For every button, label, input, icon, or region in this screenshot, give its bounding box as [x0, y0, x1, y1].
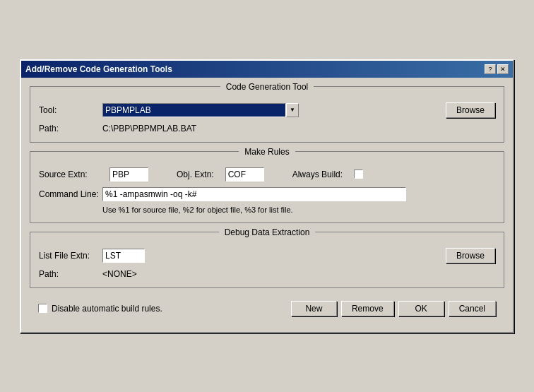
make-rules-title: Make Rules [30, 147, 504, 157]
list-file-extn-label: List File Extn: [39, 251, 102, 261]
ok-button[interactable]: OK [398, 301, 444, 316]
make-rules-content: Source Extn: Obj. Extn: Always Build: Co… [39, 160, 495, 214]
command-line-label: Command Line: [39, 189, 102, 199]
bottom-buttons: New Remove OK Cancel [291, 301, 496, 316]
title-bar-buttons: ? ✕ [485, 64, 509, 74]
cancel-button[interactable]: Cancel [449, 301, 496, 316]
list-file-extn-input[interactable] [102, 249, 145, 263]
main-window: Add/Remove Code Generation Tools ? ✕ Cod… [20, 59, 514, 333]
disable-build-rules-checkbox[interactable] [38, 304, 47, 313]
tool-dropdown-btn[interactable]: ▼ [286, 103, 299, 117]
command-line-input[interactable] [102, 187, 406, 201]
tool-label: Tool: [39, 105, 102, 115]
close-button[interactable]: ✕ [497, 64, 509, 74]
title-bar: Add/Remove Code Generation Tools ? ✕ [21, 61, 513, 78]
disable-label: Disable automatic build rules. [52, 304, 162, 314]
always-build-label: Always Build: [292, 170, 343, 179]
debug-data-section: Debug Data Extraction List File Extn: Br… [30, 232, 504, 288]
code-gen-tool-section: Code Generation Tool Tool: ▼ Browse Path… [30, 86, 504, 143]
disable-checkbox-row: Disable automatic build rules. [38, 304, 162, 314]
debug-data-title: Debug Data Extraction [30, 227, 504, 237]
always-build-checkbox[interactable] [354, 170, 363, 179]
make-rules-section: Make Rules Source Extn: Obj. Extn: Alway… [30, 151, 504, 223]
debug-browse-button[interactable]: Browse [446, 248, 495, 263]
help-button[interactable]: ? [485, 64, 496, 74]
bottom-bar: Disable automatic build rules. New Remov… [30, 297, 504, 323]
make-rules-row1: Source Extn: Obj. Extn: Always Build: [39, 167, 495, 182]
window-content: Code Generation Tool Tool: ▼ Browse Path… [21, 78, 513, 332]
source-extn-label: Source Extn: [39, 170, 102, 179]
command-line-row: Command Line: [39, 187, 495, 201]
debug-path-label: Path: [39, 269, 102, 279]
obj-extn-input[interactable] [225, 167, 264, 182]
source-extn-input[interactable] [109, 167, 148, 182]
hint-text: Use %1 for source file, %2 for object fi… [39, 206, 495, 214]
code-gen-tool-content: Tool: ▼ Browse Path: C:\PBP\PBPMPLAB.BAT [39, 95, 495, 133]
tool-dropdown-wrapper: ▼ [102, 103, 432, 117]
code-gen-path-label: Path: [39, 124, 102, 133]
code-gen-tool-title: Code Generation Tool [30, 82, 504, 92]
debug-data-content: List File Extn: Browse Path: <NONE> [39, 241, 495, 279]
debug-path-value: <NONE> [102, 269, 137, 279]
code-gen-browse-button[interactable]: Browse [446, 102, 495, 118]
window-title: Add/Remove Code Generation Tools [25, 64, 172, 74]
code-gen-path-value: C:\PBP\PBPMPLAB.BAT [102, 124, 196, 133]
tool-input[interactable] [102, 103, 286, 117]
new-button[interactable]: New [291, 301, 337, 316]
remove-button[interactable]: Remove [341, 301, 394, 316]
obj-extn-label: Obj. Extn: [177, 170, 214, 179]
